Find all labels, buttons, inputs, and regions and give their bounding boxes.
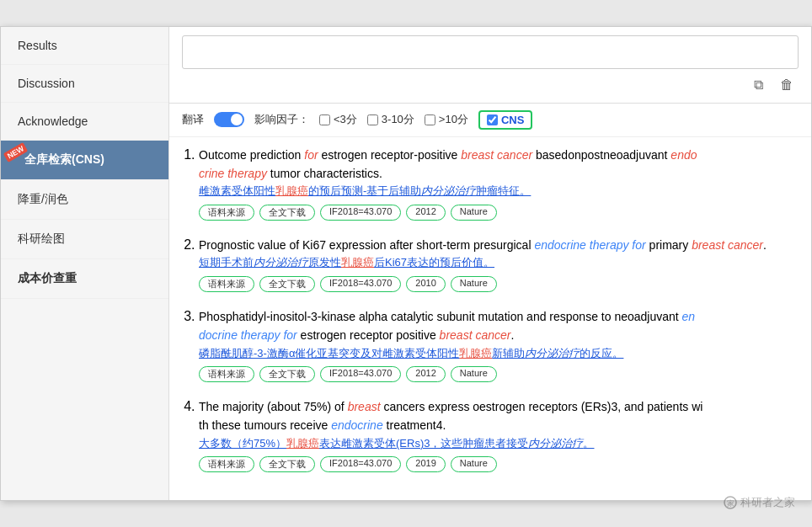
delete-icon-button[interactable]: 🗑 <box>775 76 799 94</box>
search-area: ⧉ 🗑 <box>169 27 811 104</box>
tag-year[interactable]: 2019 <box>406 456 445 472</box>
tag-source[interactable]: 语料来源 <box>199 366 254 382</box>
result-2-title: Prognostic value of Ki67 expression afte… <box>199 236 799 254</box>
checkbox-cns[interactable] <box>487 114 498 125</box>
cns-filter-box[interactable]: CNS <box>478 110 532 130</box>
sidebar-item-chart[interactable]: 科研绘图 <box>1 220 168 259</box>
result-3-tags: 语料来源 全文下载 IF2018=43.070 2012 Nature <box>199 366 799 382</box>
filter-lt3[interactable]: <3分 <box>319 112 357 127</box>
cns-label: CNS <box>501 114 524 126</box>
toggle-dot <box>231 114 243 125</box>
sidebar-item-cost[interactable]: 成本价查重 <box>1 259 168 299</box>
tag-fulltext[interactable]: 全文下载 <box>259 366 315 382</box>
tag-journal[interactable]: Nature <box>451 366 497 382</box>
filter-3-10[interactable]: 3-10分 <box>367 112 414 127</box>
results-area: Outcome prediction for estrogen receptor… <box>169 137 811 501</box>
filter-bar: 翻译 影响因子： <3分 3-10分 >10分 CNS <box>169 104 811 137</box>
tag-year[interactable]: 2012 <box>406 366 445 382</box>
checkbox-lt3[interactable] <box>319 114 330 125</box>
tag-year[interactable]: 2012 <box>406 205 445 221</box>
result-4-title: The majority (about 75%) of breast cance… <box>199 397 799 435</box>
tag-fulltext[interactable]: 全文下载 <box>259 205 315 221</box>
sidebar-item-results[interactable]: Results <box>1 27 168 65</box>
checkbox-3-10[interactable] <box>367 114 378 125</box>
sidebar-item-cns[interactable]: NEW 全库检索(CNS) <box>1 141 168 180</box>
main-content: ⧉ 🗑 翻译 影响因子： <3分 3-10分 >10分 <box>169 27 811 501</box>
result-item-3: Phosphatidyl-inositol-3-kinase alpha cat… <box>199 307 799 382</box>
result-2-tags: 语料来源 全文下载 IF2018=43.070 2010 Nature <box>199 276 799 292</box>
result-item-1: Outcome prediction for estrogen receptor… <box>199 146 799 221</box>
tag-if[interactable]: IF2018=43.070 <box>320 456 401 472</box>
result-item-2: Prognostic value of Ki67 expression afte… <box>199 236 799 292</box>
tag-if[interactable]: IF2018=43.070 <box>320 366 401 382</box>
tag-fulltext[interactable]: 全文下载 <box>259 276 315 292</box>
tag-if[interactable]: IF2018=43.070 <box>320 276 401 292</box>
search-actions: ⧉ 🗑 <box>182 76 799 94</box>
result-4-tags: 语料来源 全文下载 IF2018=43.070 2019 Nature <box>199 456 799 472</box>
search-input[interactable] <box>182 35 799 69</box>
tag-if[interactable]: IF2018=43.070 <box>320 205 401 221</box>
translate-label: 翻译 <box>182 112 204 127</box>
tag-source[interactable]: 语料来源 <box>199 276 254 292</box>
result-item-4: The majority (about 75%) of breast cance… <box>199 397 799 472</box>
sidebar-item-discussion[interactable]: Discussion <box>1 65 168 103</box>
filter-gt10[interactable]: >10分 <box>425 112 468 127</box>
tag-source[interactable]: 语料来源 <box>199 205 254 221</box>
tag-journal[interactable]: Nature <box>451 456 497 472</box>
sidebar: Results Discussion Acknowledge NEW 全库检索(… <box>1 27 169 501</box>
translate-toggle[interactable] <box>214 112 244 127</box>
result-1-tags: 语料来源 全文下载 IF2018=43.070 2012 Nature <box>199 205 799 221</box>
result-4-translation: 大多数（约75%）乳腺癌表达雌激素受体(ERs)3，这些肿瘤患者接受内分泌治疗。 <box>199 435 799 452</box>
result-1-title: Outcome prediction for estrogen receptor… <box>199 146 799 184</box>
result-3-title: Phosphatidyl-inositol-3-kinase alpha cat… <box>199 307 799 345</box>
tag-journal[interactable]: Nature <box>451 276 497 292</box>
sidebar-item-recolor[interactable]: 降重/润色 <box>1 180 168 220</box>
tag-journal[interactable]: Nature <box>451 205 497 221</box>
sidebar-item-acknowledge[interactable]: Acknowledge <box>1 103 168 141</box>
checkbox-gt10[interactable] <box>425 114 435 125</box>
tag-fulltext[interactable]: 全文下载 <box>259 456 315 472</box>
result-3-translation: 磷脂酰肌醇-3-激酶α催化亚基突变及对雌激素受体阳性乳腺癌新辅助内分泌治疗的反应… <box>199 345 799 362</box>
copy-icon-button[interactable]: ⧉ <box>749 76 768 94</box>
tag-year[interactable]: 2010 <box>406 276 445 292</box>
tag-source[interactable]: 语料来源 <box>199 456 254 472</box>
result-2-translation: 短期手术前内分泌治疗原发性乳腺癌后Ki67表达的预后价值。 <box>199 254 799 271</box>
impact-label: 影响因子： <box>254 112 309 127</box>
result-1-translation: 雌激素受体阳性乳腺癌的预后预测-基于后辅助内分泌治疗肿瘤特征。 <box>199 183 799 200</box>
